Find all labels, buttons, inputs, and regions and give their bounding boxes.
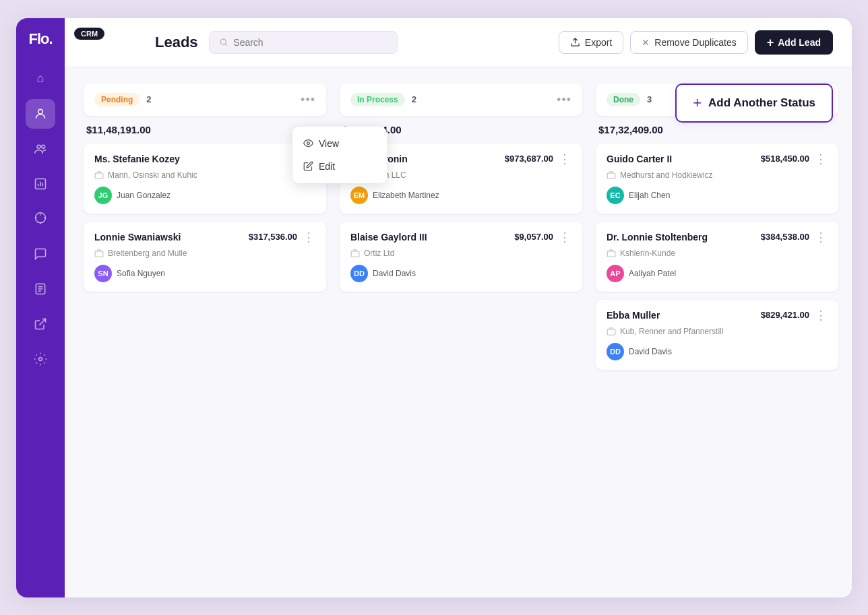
- sidebar-item-documents[interactable]: [26, 274, 55, 304]
- close-icon: ✕: [642, 37, 650, 48]
- lead-menu[interactable]: ⋮: [559, 231, 571, 243]
- lead-card-top: Blaise Gaylord III $9,057.00 ⋮: [350, 231, 571, 243]
- lead-assignee: EM Elizabeth Martinez: [350, 187, 571, 204]
- assignee-name: Elijah Chen: [629, 191, 670, 200]
- sidebar-item-groups[interactable]: [26, 134, 55, 164]
- svg-point-1: [37, 145, 40, 148]
- svg-rect-9: [95, 173, 103, 179]
- lead-card: Dr. Lonnie Stoltenberg $384,538.00 ⋮ Ksh…: [596, 222, 838, 292]
- add-lead-label: Add Lead: [778, 37, 821, 48]
- col-count-done: 3: [647, 94, 652, 104]
- crm-badge: CRM: [74, 28, 104, 40]
- sidebar-item-reports[interactable]: [26, 169, 55, 199]
- lead-name: Blaise Gaylord III: [350, 232, 427, 242]
- column-header-pending: Pending 2 •••: [84, 84, 326, 116]
- company-icon: [350, 249, 360, 258]
- column-header-inprocess: In Process 2 •••: [340, 84, 582, 116]
- svg-rect-14: [607, 251, 615, 257]
- add-status-label: Add Another Status: [708, 96, 815, 110]
- lead-card: Blaise Gaylord III $9,057.00 ⋮ Ortiz Ltd: [340, 222, 582, 292]
- search-icon: [219, 37, 228, 47]
- avatar: JG: [94, 187, 112, 204]
- status-badge-done: Done: [607, 93, 640, 106]
- lead-menu[interactable]: ⋮: [815, 231, 828, 243]
- lead-name: Ebba Muller: [607, 310, 660, 321]
- company-name: Breitenberg and Mulle: [108, 249, 187, 258]
- company-icon: [94, 170, 104, 180]
- sidebar-item-export[interactable]: [26, 309, 55, 339]
- lead-assignee: SN Sofia Nguyen: [94, 265, 315, 282]
- avatar: EM: [350, 187, 368, 204]
- lead-menu[interactable]: ⋮: [559, 153, 571, 165]
- svg-point-8: [307, 142, 310, 145]
- sidebar-item-messages[interactable]: [26, 239, 55, 269]
- context-menu-view[interactable]: View: [292, 132, 387, 155]
- lead-card: Lonnie Swaniawski $317,536.00 ⋮ Breitenb…: [84, 222, 326, 292]
- main-content: CRM Leads Export: [65, 18, 852, 597]
- add-another-status-button[interactable]: + Add Another Status: [675, 84, 833, 123]
- lead-assignee: JG Juan Gonzalez: [94, 187, 315, 204]
- column-menu-pending[interactable]: •••: [301, 94, 315, 106]
- context-menu: View Edit: [292, 127, 387, 183]
- lead-amount: $973,687.00: [505, 154, 553, 164]
- lead-company: Kub, Renner and Pfannerstill: [607, 327, 828, 336]
- board-area: View Edit Pending 2 •••: [65, 67, 852, 597]
- lead-card: Ebba Muller $829,421.00 ⋮ Kub, Renner an…: [596, 300, 838, 370]
- lead-amount: $829,421.00: [761, 310, 809, 320]
- app-shell: Flo. ⌂: [16, 18, 852, 597]
- lead-name: Guido Carter II: [607, 154, 672, 164]
- lead-card-top: Ebba Muller $829,421.00 ⋮: [607, 309, 828, 321]
- view-icon: [303, 138, 313, 148]
- context-edit-label: Edit: [319, 161, 335, 172]
- sidebar-item-support[interactable]: [26, 204, 55, 234]
- edit-icon: [303, 161, 313, 171]
- col-count-inprocess: 2: [412, 94, 416, 104]
- lead-card-top: Guido Carter II $518,450.00 ⋮: [607, 153, 828, 165]
- lead-company: Ortiz Ltd: [350, 249, 571, 258]
- avatar: DD: [607, 343, 624, 360]
- lead-amount: $9,057.00: [514, 232, 553, 242]
- lead-company: Mann, Osinski and Kuhic: [94, 170, 315, 180]
- remove-duplicates-button[interactable]: ✕ Remove Duplicates: [630, 31, 747, 54]
- sidebar: Flo. ⌂: [16, 18, 65, 597]
- lead-assignee: DD David Davis: [607, 343, 828, 360]
- lead-card: Guido Carter II $518,450.00 ⋮ Medhurst a…: [596, 143, 838, 214]
- avatar: AP: [607, 265, 624, 282]
- col-count-pending: 2: [146, 94, 151, 104]
- sidebar-item-settings[interactable]: [26, 344, 55, 374]
- lead-menu[interactable]: ⋮: [815, 309, 828, 321]
- search-box[interactable]: [209, 31, 398, 54]
- lead-amount: $317,536.00: [249, 232, 297, 242]
- logo: Flo.: [28, 30, 52, 48]
- context-menu-edit[interactable]: Edit: [292, 155, 387, 178]
- export-label: Export: [585, 37, 612, 48]
- lead-company: Kshlerin-Kunde: [607, 249, 828, 258]
- lead-amount: $384,538.00: [761, 232, 809, 242]
- export-icon: [570, 37, 580, 47]
- svg-point-0: [38, 109, 43, 114]
- lead-menu[interactable]: ⋮: [815, 153, 828, 165]
- lead-name: Lonnie Swaniawski: [94, 232, 181, 242]
- avatar: EC: [607, 187, 624, 204]
- svg-point-6: [220, 39, 226, 44]
- lead-amount: $518,450.00: [761, 154, 809, 164]
- column-menu-inprocess[interactable]: •••: [557, 94, 571, 106]
- plus-icon: +: [767, 36, 774, 48]
- export-button[interactable]: Export: [559, 31, 623, 54]
- header-right: Export ✕ Remove Duplicates + Add Lead: [559, 30, 833, 55]
- sidebar-item-contacts[interactable]: [26, 99, 55, 129]
- col-header-left-inprocess: In Process 2: [350, 93, 416, 106]
- company-name: Kshlerin-Kunde: [620, 249, 675, 258]
- add-lead-button[interactable]: + Add Lead: [755, 30, 833, 55]
- header: Leads Export ✕ Remove Duplicat: [65, 18, 852, 67]
- search-input[interactable]: [233, 37, 387, 48]
- lead-menu[interactable]: ⋮: [303, 231, 315, 243]
- company-icon: [607, 327, 616, 336]
- column-done: Done 3 ••• $17,32,409.00 Guido Carter II…: [596, 84, 838, 581]
- lead-assignee: DD David Davis: [350, 265, 571, 282]
- avatar: DD: [350, 265, 368, 282]
- lead-name: Ms. Stefanie Kozey: [94, 154, 180, 164]
- remove-duplicates-label: Remove Duplicates: [654, 37, 736, 48]
- sidebar-item-home[interactable]: ⌂: [26, 64, 55, 94]
- col-header-left-done: Done 3: [607, 93, 652, 106]
